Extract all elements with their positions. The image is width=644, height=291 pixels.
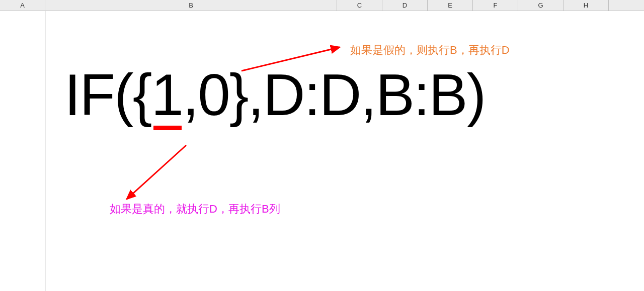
svg-line-3	[127, 145, 186, 199]
col-header-E[interactable]: E	[428, 0, 473, 11]
spreadsheet-body[interactable]: IF({1,0},D:D,B:B) 如果是假的，则执行B，再执行D 如果是真的，…	[0, 11, 644, 291]
col-header-B[interactable]: B	[45, 0, 337, 11]
col-header-C[interactable]: C	[337, 0, 382, 11]
formula-text: IF({1,0},D:D,B:B)	[64, 61, 485, 129]
annotation-true-text: 如果是真的，就执行D，再执行B列	[110, 202, 280, 217]
annotation-false-text: 如果是假的，则执行B，再执行D	[350, 43, 510, 58]
arrow-down-icon	[121, 143, 191, 203]
col-header-G[interactable]: G	[518, 0, 564, 11]
col-header-F[interactable]: F	[473, 0, 518, 11]
red-underline	[153, 126, 182, 130]
col-header-H[interactable]: H	[564, 0, 609, 11]
column-headers: A B C D E F G H	[0, 0, 644, 11]
col-header-D[interactable]: D	[382, 0, 428, 11]
col-header-A[interactable]: A	[0, 0, 45, 11]
